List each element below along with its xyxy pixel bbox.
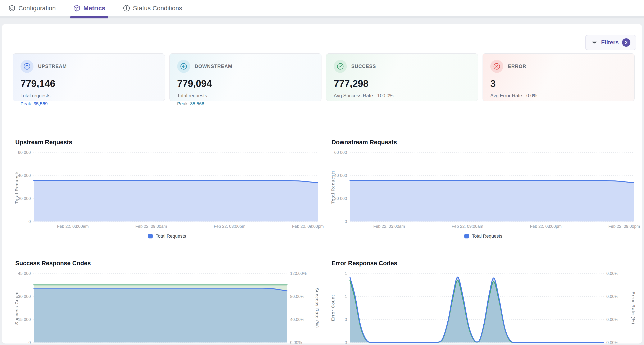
svg-text:40.00%: 40.00% [290,317,304,322]
stat-peak-link[interactable]: Peak: 35,566 [177,101,314,107]
success-stat-card: SUCCESS 777,298 Avg Success Rate · 100.0… [326,53,478,101]
svg-text:Feb 22, 09:00am: Feb 22, 09:00am [135,224,167,229]
charts-grid: Upstream Requests 60 00040 00020 0000Feb… [15,139,634,344]
upstream-stat-card: UPSTREAM 779,146 Total requests Peak: 35… [13,53,165,101]
chart-legend: Total Requests [15,233,319,239]
svg-text:Feb 22, 09:00pm: Feb 22, 09:00pm [292,224,324,229]
tab-bar: Configuration Metrics Status Conditions [0,0,644,19]
svg-text:80.00%: 80.00% [290,294,304,299]
stat-label: DOWNSTREAM [195,64,232,69]
svg-text:60 000: 60 000 [334,150,347,155]
stat-value: 779,146 [20,78,157,89]
svg-text:Feb 22, 03:00am: Feb 22, 03:00am [373,224,405,229]
svg-text:30 000: 30 000 [18,294,31,299]
stat-cards-row: UPSTREAM 779,146 Total requests Peak: 35… [13,53,634,101]
chart-title: Error Response Codes [332,260,635,267]
tab-label: Configuration [18,5,56,12]
stat-peak-link[interactable]: Peak: 35,569 [20,101,157,107]
tab-status-conditions[interactable]: Status Conditions [120,0,185,16]
svg-text:0: 0 [28,340,31,344]
chart-legend: Total Requests [332,233,635,239]
stat-subtitle: Total requests [177,93,314,99]
svg-text:60 000: 60 000 [18,150,31,155]
svg-text:0: 0 [345,317,347,322]
alert-circle-icon [123,5,130,12]
stat-subtitle: Avg Error Rate · 0.0% [490,93,627,99]
arrow-down-circle-icon [177,60,190,73]
upstream-requests-chart-block: Upstream Requests 60 00040 00020 0000Feb… [15,139,319,239]
stat-value: 777,298 [334,78,470,89]
svg-text:0: 0 [345,340,347,344]
svg-text:0.00%: 0.00% [606,340,618,344]
stat-value: 779,094 [177,78,314,89]
chart-title: Success Response Codes [15,260,319,267]
svg-text:120.00%: 120.00% [290,271,307,276]
stat-label: ERROR [508,64,526,69]
svg-text:Feb 22, 03:00pm: Feb 22, 03:00pm [530,224,562,229]
legend-swatch [464,234,469,238]
svg-text:Feb 22, 03:00pm: Feb 22, 03:00pm [214,224,245,229]
legend-label: Total Requests [472,233,502,239]
legend-item[interactable]: Total Requests [148,233,186,239]
error-stat-card: ERROR 3 Avg Error Rate · 0.0% [482,53,634,101]
svg-text:Feb 22, 03:00am: Feb 22, 03:00am [57,224,89,229]
svg-text:0.00%: 0.00% [606,294,618,299]
stat-subtitle: Avg Success Rate · 100.0% [334,93,470,99]
svg-text:0.00%: 0.00% [606,271,618,276]
legend-label: Total Requests [156,233,186,239]
arrow-up-circle-icon [20,60,34,73]
chart-title: Downstream Requests [332,139,635,146]
metrics-panel: Filters 2 UPSTREAM 779,146 Total request… [2,24,642,344]
svg-text:Success Count: Success Count [14,291,19,325]
svg-text:Feb 22, 09:00pm: Feb 22, 09:00pm [608,224,640,229]
cube-icon [73,5,80,12]
error-response-codes-chart-block: Error Response Codes 10.00%10.00%00.00%0… [332,260,635,344]
stat-label: UPSTREAM [38,64,67,69]
error-response-codes-chart: 10.00%10.00%00.00%00.00%Feb 22, 03:00amF… [332,269,635,344]
tab-configuration[interactable]: Configuration [6,0,58,16]
x-circle-icon [490,60,503,73]
svg-text:Error Count: Error Count [330,295,335,321]
downstream-requests-chart: 60 00040 00020 0000Feb 22, 03:00amFeb 22… [332,148,635,230]
downstream-stat-card: DOWNSTREAM 779,094 Total requests Peak: … [170,53,322,101]
tab-metrics[interactable]: Metrics [70,0,108,16]
tab-label: Metrics [83,5,105,12]
filters-button[interactable]: Filters 2 [585,35,636,50]
svg-text:0: 0 [28,219,31,224]
legend-swatch [148,234,153,238]
downstream-requests-chart-block: Downstream Requests 60 00040 00020 0000F… [332,139,635,239]
stat-subtitle: Total requests [20,93,157,99]
filters-count-badge: 2 [622,38,630,47]
svg-text:Error Rate (%): Error Rate (%) [631,292,636,324]
svg-text:0.00%: 0.00% [290,340,302,344]
svg-text:15 000: 15 000 [18,317,31,322]
legend-item[interactable]: Total Requests [464,233,502,239]
success-response-codes-chart-block: Success Response Codes 45 000120.00%30 0… [15,260,319,344]
tab-label: Status Conditions [133,5,182,12]
svg-text:1: 1 [345,294,347,299]
svg-text:40 000: 40 000 [334,173,347,178]
stat-label: SUCCESS [352,64,376,69]
filters-label: Filters [601,39,619,46]
svg-text:20 000: 20 000 [18,196,31,201]
settings-nut-icon [8,5,16,12]
svg-text:0: 0 [345,219,347,224]
svg-text:0.00%: 0.00% [606,317,618,322]
svg-text:Total Requests: Total Requests [330,170,335,204]
filter-icon [591,39,598,46]
stat-value: 3 [490,78,627,89]
svg-text:1: 1 [345,271,347,276]
svg-text:Success Rate (%): Success Rate (%) [315,288,320,328]
svg-text:20 000: 20 000 [334,196,347,201]
svg-text:Feb 22, 09:00am: Feb 22, 09:00am [452,224,483,229]
svg-text:Total Requests: Total Requests [14,170,19,204]
chart-title: Upstream Requests [15,139,319,146]
check-circle-icon [334,60,347,73]
svg-text:40 000: 40 000 [18,173,31,178]
svg-text:45 000: 45 000 [18,271,31,276]
upstream-requests-chart: 60 00040 00020 0000Feb 22, 03:00amFeb 22… [15,148,319,230]
success-response-codes-chart: 45 000120.00%30 00080.00%15 00040.00%00.… [15,269,319,344]
